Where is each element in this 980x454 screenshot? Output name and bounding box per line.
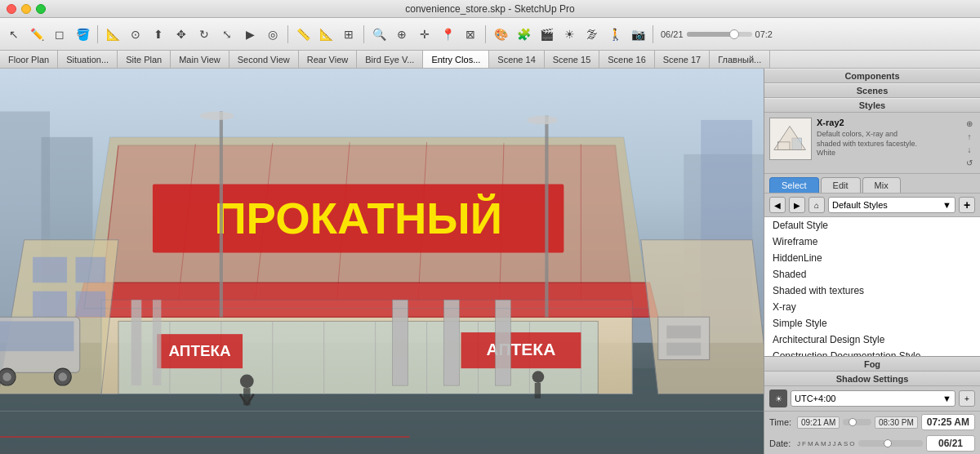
components-header[interactable]: Components — [764, 69, 980, 83]
scene-tab-scene14[interactable]: Scene 14 — [489, 51, 544, 68]
svg-point-48 — [2, 372, 11, 381]
fog-header[interactable]: Fog — [764, 357, 980, 372]
scene-tab-rear-view[interactable]: Rear View — [299, 51, 358, 68]
timeline-start: 06/21 — [661, 29, 684, 39]
time-slider[interactable] — [843, 419, 871, 425]
maximize-button[interactable] — [36, 4, 46, 14]
toolbar-separator-3 — [363, 25, 364, 43]
tool-section[interactable]: ⊠ — [460, 24, 481, 45]
scene-tab-main-view[interactable]: Main View — [171, 51, 229, 68]
style-item-shaded[interactable]: Shaded — [764, 266, 980, 283]
scene-tab-second-view[interactable]: Second View — [229, 51, 299, 68]
tool-move[interactable]: ✥ — [171, 24, 192, 45]
tool-paint[interactable]: 🪣 — [72, 24, 93, 45]
svg-rect-41 — [33, 257, 67, 283]
tool-follow-me[interactable]: ▶ — [239, 24, 261, 45]
style-down-icon[interactable]: ↓ — [964, 144, 975, 155]
scene-tab-site-plan[interactable]: Site Plan — [118, 51, 171, 68]
svg-text:АПТЕКА: АПТЕКА — [168, 342, 231, 359]
time-slider-thumb[interactable] — [849, 418, 857, 426]
tool-location[interactable]: 📍 — [437, 24, 458, 45]
tool-offset[interactable]: ◎ — [262, 24, 283, 45]
tool-camera[interactable]: 📷 — [627, 24, 648, 45]
scene-tab-scene17[interactable]: Scene 17 — [655, 51, 710, 68]
scene-tab-scene16[interactable]: Scene 16 — [599, 51, 654, 68]
style-create-icon[interactable]: ⊕ — [964, 118, 975, 129]
tab-select[interactable]: Select — [769, 177, 819, 193]
time-label: Time: — [769, 417, 794, 427]
date-label: Date: — [769, 438, 794, 448]
scene-tab-scene15[interactable]: Scene 15 — [545, 51, 599, 68]
tool-measure[interactable]: 📐 — [102, 24, 123, 45]
tool-tape[interactable]: 📏 — [292, 24, 314, 45]
window-controls[interactable] — [7, 4, 46, 14]
style-add-button[interactable]: + — [959, 197, 975, 213]
style-action-icons[interactable]: ⊕ ↑ ↓ ↺ — [964, 118, 975, 168]
tool-zoom-extent[interactable]: 🔍 — [368, 24, 390, 45]
style-list[interactable]: Default Style Wireframe HiddenLine Shade… — [764, 217, 980, 356]
style-up-icon[interactable]: ↑ — [964, 131, 975, 142]
tool-axes[interactable]: ⊞ — [338, 24, 359, 45]
timezone-add-button[interactable]: + — [959, 390, 975, 407]
shadow-label: Shadow Settings — [836, 374, 909, 384]
tool-scene[interactable]: 🎬 — [536, 24, 557, 45]
scene-svg: ПРОКАТНЫЙ АПТЕКА АПТЕКА — [0, 69, 764, 454]
timeline-slider[interactable] — [687, 32, 752, 37]
tool-eraser[interactable]: ◻ — [49, 24, 70, 45]
viewport[interactable]: ПРОКАТНЫЙ АПТЕКА АПТЕКА — [0, 69, 764, 454]
tool-walk[interactable]: 🚶 — [604, 24, 626, 45]
scene-tab-entry-clos[interactable]: Entry Clos... — [423, 51, 489, 68]
tool-pencil[interactable]: ✏️ — [26, 24, 47, 45]
style-item-simple[interactable]: Simple Style — [764, 315, 980, 332]
tab-mix[interactable]: Mix — [862, 177, 901, 193]
scene-tab-bird-eye[interactable]: Bird Eye V... — [357, 51, 423, 68]
nav-forward-button[interactable]: ▶ — [789, 197, 805, 213]
tool-push-pull[interactable]: ⬆ — [148, 24, 169, 45]
style-item-xray[interactable]: X-ray — [764, 299, 980, 315]
tool-arrow[interactable]: ↖ — [3, 24, 24, 45]
scenes-header[interactable]: Scenes — [764, 83, 980, 98]
tool-shadow[interactable]: ☀ — [559, 24, 580, 45]
style-item-architectural[interactable]: Architectural Design Style — [764, 332, 980, 348]
style-item-shaded-textures[interactable]: Shaded with textures — [764, 283, 980, 299]
svg-rect-38 — [131, 300, 142, 385]
scene-tab-main-ru[interactable]: Главный... — [710, 51, 770, 68]
svg-rect-39 — [153, 300, 161, 385]
tool-component[interactable]: 🧩 — [513, 24, 534, 45]
scene-tab-situation[interactable]: Situation... — [58, 51, 118, 68]
tool-scale[interactable]: ⤡ — [216, 24, 238, 45]
style-item-wireframe[interactable]: Wireframe — [764, 234, 980, 250]
style-preview-area: X-ray2 Default colors, X-ray and shaded … — [764, 113, 980, 174]
tab-edit[interactable]: Edit — [821, 177, 861, 193]
style-item-construction[interactable]: Construction Documentation Style — [764, 348, 980, 356]
tool-zoom-in[interactable]: ⊕ — [391, 24, 412, 45]
main-content: ПРОКАТНЫЙ АПТЕКА АПТЕКА — [0, 69, 980, 454]
timeline-thumb[interactable] — [729, 29, 739, 39]
date-slider[interactable] — [858, 440, 924, 447]
toolbar-separator-1 — [97, 25, 98, 43]
window-title: convenience_store.skp - SketchUp Pro — [405, 3, 574, 15]
shadow-header[interactable]: Shadow Settings — [764, 372, 980, 386]
scene-tab-floor-plan[interactable]: Floor Plan — [0, 51, 58, 68]
tool-protractor[interactable]: 📐 — [315, 24, 336, 45]
styles-header[interactable]: Styles — [764, 98, 980, 113]
timezone-dropdown[interactable]: UTC+4:00 ▼ — [791, 390, 956, 407]
timeline-slider-area[interactable]: 06/21 07:2 — [661, 29, 773, 39]
nav-home-button[interactable]: ⌂ — [808, 197, 825, 213]
tool-orbit[interactable]: ⊙ — [125, 24, 146, 45]
style-refresh-icon[interactable]: ↺ — [964, 157, 975, 168]
nav-back-button[interactable]: ◀ — [769, 197, 786, 213]
date-slider-thumb[interactable] — [884, 439, 892, 447]
style-item-hiddenline[interactable]: HiddenLine — [764, 250, 980, 266]
style-library-dropdown[interactable]: Default Styles ▼ — [828, 197, 956, 213]
style-item-default[interactable]: Default Style — [764, 217, 980, 234]
chevron-down-icon: ▼ — [942, 200, 951, 210]
timezone-row: ☀ UTC+4:00 ▼ + — [764, 386, 980, 412]
tool-paint2[interactable]: 🎨 — [490, 24, 511, 45]
tool-fog[interactable]: 🌫 — [581, 24, 603, 45]
tool-rotate[interactable]: ↻ — [194, 24, 215, 45]
close-button[interactable] — [7, 4, 16, 14]
tool-crosshair[interactable]: ✛ — [414, 24, 435, 45]
style-description: Default colors, X-ray and shaded with te… — [817, 130, 923, 158]
minimize-button[interactable] — [21, 4, 31, 14]
